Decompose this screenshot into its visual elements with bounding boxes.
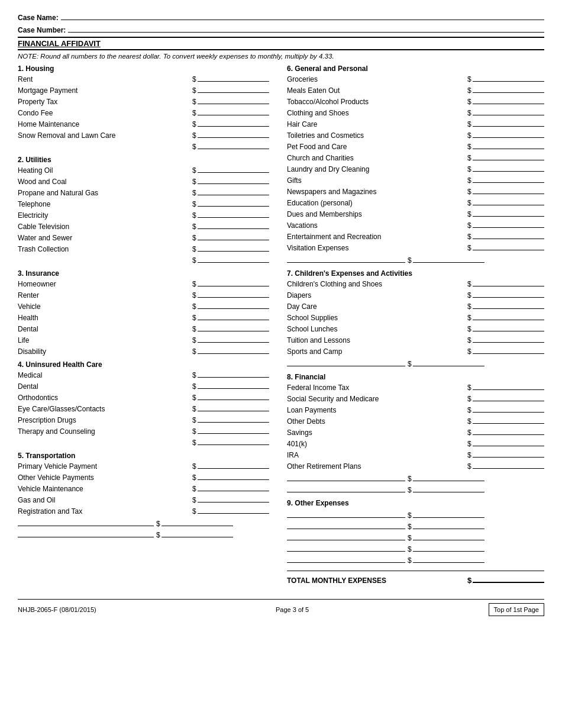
line-home-maintenance: Home Maintenance $: [18, 118, 269, 128]
uninsured-subtotal: $: [18, 437, 269, 447]
line-renter: Renter $: [18, 289, 269, 299]
right-column: 6. General and Personal Groceries $ Meal…: [281, 65, 544, 587]
label-home-maintenance: Home Maintenance: [18, 120, 192, 128]
label-primary-vehicle: Primary Vehicle Payment: [18, 462, 192, 471]
line-school-lunches: School Lunches $: [287, 323, 544, 333]
label-condo: Condo Fee: [18, 109, 192, 117]
line-prescription: Prescription Drugs $: [18, 414, 269, 424]
line-other-vehicle: Other Vehicle Payments $: [18, 472, 269, 482]
form-number: NHJB-2065-F (08/01/2015): [18, 606, 96, 613]
case-number-field[interactable]: [68, 24, 544, 33]
label-entertainment: Entertainment and Recreation: [287, 233, 467, 241]
note-text: NOTE: Round all numbers to the nearest d…: [18, 53, 544, 60]
label-tuition: Tuition and Lessons: [287, 336, 467, 344]
section-transportation: 5. Transportation Primary Vehicle Paymen…: [18, 452, 269, 539]
line-registration: Registration and Tax $: [18, 505, 269, 516]
label-other-retirement: Other Retirement Plans: [287, 462, 467, 471]
label-snow: Snow Removal and Lawn Care: [18, 131, 192, 140]
line-homeowner: Homeowner $: [18, 278, 269, 288]
label-property-tax: Property Tax: [18, 98, 192, 106]
main-columns: 1. Housing Rent $ Mortgage Payment $ Pro…: [18, 65, 544, 587]
label-life-ins: Life: [18, 336, 192, 344]
line-church: Church and Charities $: [287, 152, 544, 162]
label-dues: Dues and Memberships: [287, 210, 467, 218]
field-rent[interactable]: $: [192, 73, 269, 83]
line-vacations: Vacations $: [287, 220, 544, 230]
section-general: 6. General and Personal Groceries $ Meal…: [287, 65, 544, 265]
label-church: Church and Charities: [287, 154, 467, 162]
label-loan-payments: Loan Payments: [287, 406, 467, 414]
label-diapers: Diapers: [287, 291, 467, 299]
field-snow[interactable]: $: [192, 130, 269, 140]
label-renter: Renter: [18, 291, 192, 299]
line-other-debts: Other Debts $: [287, 415, 544, 426]
title-bar: FINANCIAL AFFIDAVIT: [18, 37, 544, 50]
form-title: FINANCIAL AFFIDAVIT: [18, 39, 101, 48]
label-school-lunches: School Lunches: [287, 325, 467, 333]
line-meals-out: Meals Eaten Out $: [287, 85, 544, 95]
line-electricity: Electricity $: [18, 210, 269, 220]
line-sports: Sports and Camp $: [287, 346, 544, 356]
line-tuition: Tuition and Lessons $: [287, 334, 544, 344]
label-school-supplies: School Supplies: [287, 314, 467, 322]
line-orthodontics: Orthodontics $: [18, 392, 269, 402]
section-general-header: 6. General and Personal: [287, 65, 544, 73]
top-of-page-button[interactable]: Top of 1st Page: [489, 603, 544, 616]
section-housing: 1. Housing Rent $ Mortgage Payment $ Pro…: [18, 65, 269, 151]
label-pet: Pet Food and Care: [287, 143, 467, 151]
line-tobacco: Tobacco/Alcohol Products $: [287, 96, 544, 106]
case-name-label: Case Name:: [18, 14, 59, 22]
line-newspapers: Newspapers and Magazines $: [287, 186, 544, 196]
line-laundry: Laundry and Dry Cleaning $: [287, 163, 544, 173]
case-name-row: Case Name:: [18, 12, 544, 22]
label-vehicle-maintenance: Vehicle Maintenance: [18, 485, 192, 493]
section-financial-header: 8. Financial: [287, 373, 544, 381]
line-groceries: Groceries $: [287, 73, 544, 83]
line-rent: Rent $: [18, 73, 269, 83]
label-gifts: Gifts: [287, 176, 467, 185]
line-clothing: Clothing and Shoes $: [287, 107, 544, 117]
section-transportation-header: 5. Transportation: [18, 452, 269, 460]
line-school-supplies: School Supplies $: [287, 312, 544, 322]
label-heating-oil: Heating Oil: [18, 166, 192, 175]
label-medical: Medical: [18, 371, 192, 379]
label-electricity: Electricity: [18, 211, 192, 220]
utilities-subtotal: $: [18, 255, 269, 265]
line-life-ins: Life $: [18, 334, 269, 344]
field-property-tax[interactable]: $: [192, 96, 269, 106]
header-section: Case Name: Case Number: FINANCIAL AFFIDA…: [18, 12, 544, 60]
label-401k: 401(k): [287, 440, 467, 448]
section-childrens-header: 7. Children's Expenses and Activities: [287, 269, 544, 278]
label-dental-uh: Dental: [18, 382, 192, 391]
line-pet: Pet Food and Care $: [287, 141, 544, 151]
label-social-security: Social Security and Medicare: [287, 395, 467, 403]
line-savings: Savings $: [287, 427, 544, 437]
label-federal-income-tax: Federal Income Tax: [287, 384, 467, 392]
label-telephone: Telephone: [18, 200, 192, 208]
label-ira: IRA: [287, 451, 467, 459]
label-health-ins: Health: [18, 314, 192, 322]
line-federal-income-tax: Federal Income Tax $: [287, 382, 544, 392]
label-homeowner: Homeowner: [18, 280, 192, 288]
line-social-security: Social Security and Medicare $: [287, 393, 544, 403]
case-name-field[interactable]: [61, 12, 544, 20]
label-laundry: Laundry and Dry Cleaning: [287, 165, 467, 173]
section-uninsured-header: 4. Uninsured Health Care: [18, 360, 269, 369]
line-loan-payments: Loan Payments $: [287, 404, 544, 414]
label-orthodontics: Orthodontics: [18, 394, 192, 402]
line-daycare: Day Care $: [287, 301, 544, 311]
label-hair: Hair Care: [287, 120, 467, 128]
field-condo[interactable]: $: [192, 107, 269, 117]
line-snow: Snow Removal and Lawn Care $: [18, 130, 269, 140]
label-education: Education (personal): [287, 199, 467, 207]
line-trash: Trash Collection $: [18, 243, 269, 253]
line-disability: Disability $: [18, 346, 269, 356]
label-vacations: Vacations: [287, 221, 467, 230]
label-disability: Disability: [18, 347, 192, 356]
case-number-label: Case Number:: [18, 26, 66, 34]
section-uninsured: 4. Uninsured Health Care Medical $ Denta…: [18, 360, 269, 447]
field-mortgage[interactable]: $: [192, 85, 269, 95]
label-other-debts: Other Debts: [287, 417, 467, 426]
line-vehicle-maintenance: Vehicle Maintenance $: [18, 483, 269, 493]
field-home-maintenance[interactable]: $: [192, 118, 269, 128]
